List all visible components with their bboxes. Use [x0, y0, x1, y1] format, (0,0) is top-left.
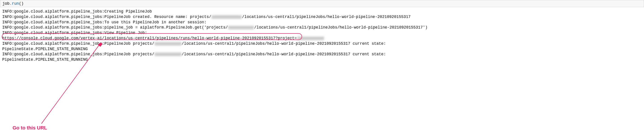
log-line: INFO:google.cloud.aiplatform.pipeline_jo… [2, 9, 152, 14]
log-line: INFO:google.cloud.aiplatform.pipeline_jo… [2, 15, 211, 19]
annotation-label: Go to this URL [12, 125, 47, 131]
log-line: /locations/us-central1/pipelineJobs/hell… [182, 41, 386, 46]
code-method: run [12, 1, 19, 6]
code-input-cell: job.run() [0, 0, 644, 7]
log-line: PipelineState.PIPELINE_STATE_RUNNING [2, 47, 88, 51]
output-block: INFO:google.cloud.aiplatform.pipeline_jo… [0, 8, 644, 63]
log-line: INFO:google.cloud.aiplatform.pipeline_jo… [2, 41, 154, 46]
log-line: /locations/us-central1/pipelineJobs/hell… [242, 15, 411, 19]
redacted-project-id [297, 37, 324, 40]
log-line: INFO:google.cloud.aiplatform.pipeline_jo… [2, 20, 206, 25]
log-line: INFO:google.cloud.aiplatform.pipeline_jo… [2, 25, 228, 30]
log-line: INFO:google.cloud.aiplatform.pipeline_jo… [2, 52, 154, 56]
log-line: /locations/us-central1/pipelineJobs/hell… [182, 52, 386, 56]
code-dot: . [10, 1, 12, 6]
redacted-project-id [154, 42, 182, 45]
log-line: PipelineState.PIPELINE_STATE_RUNNING [2, 57, 88, 62]
log-line: /locations/us-central1/pipelineJobs/hell… [254, 25, 428, 30]
code-object: job [2, 1, 10, 6]
log-url: https://console.cloud.google.com/vertex-… [2, 36, 297, 40]
redacted-project-id [212, 15, 242, 19]
log-line: INFO:google.cloud.aiplatform.pipeline_jo… [2, 31, 147, 35]
redacted-project-id [228, 26, 254, 29]
code-parens: () [19, 1, 24, 6]
redacted-project-id [154, 53, 182, 56]
